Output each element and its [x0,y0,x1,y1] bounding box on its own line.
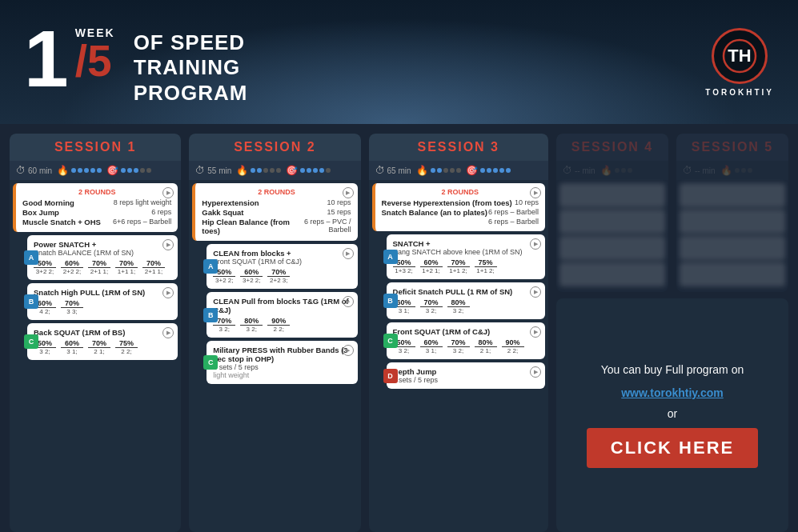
ex-row-2: Box Jump 6 reps [22,208,171,217]
promo-text: You can buy Full program on [601,362,744,378]
fire-icon: 🔥 [57,165,69,176]
play-s3d[interactable]: ▶ [530,366,541,378]
session-1-block-a: A ▶ Power SNATCH + Snatch BALANCE (1RM o… [27,235,178,280]
play-s3c[interactable]: ▶ [530,326,541,338]
session-4-blurred: SESSION 4 ⏱ -- min 🔥 [556,134,668,292]
s3-block-a-title: SNATCH + [393,239,539,248]
header-week: 1 WEEK /5 OF SPEED TRAINING PROGRAM [24,18,247,106]
s4-blurred-body [556,180,668,292]
session-3-block-c: C ▶ Front SQUAT (1RM of C&J) 50%3 2; 60%… [387,322,545,359]
s3-set-a3: 70%1+1 2; [447,258,470,274]
set-4: 70%1+1 1; [115,259,138,275]
session-1-block-c: C ▶ Back SQUAT (1RM of BS) 50%3 2; 60%3 … [27,323,178,360]
other-dots [121,168,151,173]
play-s2a[interactable]: ▶ [343,248,354,259]
s2-block-b-title: CLEAN Pull from blocks T&G (1RM of C&J) [213,297,351,314]
session-1-duration-item: ⏱ 60 min [16,165,52,176]
session-3-block-a: A ▶ SNATCH + Hang SNATCH above knee (1RM… [387,234,545,279]
clock-icon-4: ⏱ [563,165,572,176]
s4-blur-3 [559,236,665,260]
session-5-blurred: SESSION 5 ⏱ -- min 🔥 [676,134,788,292]
s3-set-c2: 60%3 1; [420,338,443,354]
play-icon-b[interactable]: ▶ [162,287,174,298]
play-s3w[interactable]: ▶ [530,187,541,198]
s3-block-b-sets: 60%3 1; 70%3 2; 80%3 2; [393,298,539,314]
play-icon-c[interactable]: ▶ [162,327,174,338]
session-3-warmup: ▶ 2 ROUNDS Reverse Hyperextension (from … [372,183,545,231]
session-2-block-c: C ▶ Military PRESS with Rubber Bands (3 … [207,341,357,384]
s3-set-a2: 60%1+2 1; [420,258,443,274]
click-here-button[interactable]: CLICK HERE [587,428,758,468]
session-2-title: SESSION 2 [198,140,351,154]
set-c2: 60%3 1; [61,339,83,355]
play-s2c[interactable]: ▶ [343,345,354,356]
block-a-label: A [24,250,38,265]
s2-set-a3: 70%2+2 3; [267,268,290,284]
block-c-label: C [24,334,38,349]
play-s3a[interactable]: ▶ [530,238,541,250]
play-icon-s2w[interactable]: ▶ [343,187,354,198]
s2-set-a2: 60%3+2 2; [240,268,263,284]
s3-block-b-label: B [383,294,398,308]
play-icon-a[interactable]: ▶ [162,239,174,250]
session-3-title: SESSION 3 [379,140,539,154]
session-col-1: SESSION 1 ⏱ 60 min 🔥 [10,134,181,532]
block-c-sets: 50%3 2; 60%3 1; 70%2 1; 75%2 2; [34,339,171,355]
play-s2b[interactable]: ▶ [343,296,354,307]
block-a-title: Power SNATCH + [34,240,171,249]
s2-block-a-label: A [203,259,218,274]
fire-icon-2: 🔥 [236,165,248,176]
logo-svg: TH [722,38,757,74]
s3-set-c3: 70%3 2; [447,338,470,354]
s3-set-b2: 70%3 2; [420,298,443,314]
s3-duration: ⏱ 65 min [375,165,411,176]
session-col-2: SESSION 2 ⏱ 55 min 🔥 [189,134,360,532]
s2-intensity: 🔥 [236,165,281,176]
s2-block-b-sets: 70%3 2; 80%3 2; 90%2 2; [213,317,351,333]
s3-intensity: 🔥 [416,165,461,176]
set-c4: 75%2 2; [115,339,138,355]
fire-icon-4: 🔥 [600,165,612,176]
right-area: SESSION 4 ⏱ -- min 🔥 [556,134,788,532]
target-icon: 🎯 [106,165,118,176]
page-layout: 1 WEEK /5 OF SPEED TRAINING PROGRAM TH [0,0,798,532]
s2-block-c-title: Military PRESS with Rubber Bands (3 sec … [213,346,351,363]
s4-blur-4 [559,262,665,286]
s2-block-a-sub: Front SQUAT (1RM of C&J) [213,258,351,266]
set-5: 70%2+1 1; [142,259,165,275]
session-5-header: SESSION 5 [676,134,788,161]
s2-block-c-note: light weight [213,371,351,379]
s2-dots [251,168,281,173]
session-3-body: ▶ 2 ROUNDS Reverse Hyperextension (from … [369,180,548,532]
promo-link[interactable]: www.torokhtiy.com [621,386,724,399]
s2-block-a-sets: 50%3+2 2; 60%3+2 2; 70%2+2 3; [213,268,351,284]
session-1-other: 🎯 [106,165,151,176]
s2-ex1: Hyperextension 10 reps [202,198,351,207]
play-s3b[interactable]: ▶ [530,286,541,298]
play-icon[interactable]: ▶ [162,187,174,198]
s3-block-d-detail: 3 sets / 5 reps [393,376,539,384]
set-b2: 70%3 3; [61,299,83,315]
s2-block-c-label: C [203,355,218,370]
target-icon-2: 🎯 [286,165,298,176]
s2-other: 🎯 [286,165,331,176]
clock-icon-2: ⏱ [195,165,205,176]
s5-title: SESSION 5 [686,140,779,154]
s4-blur-1 [559,183,665,207]
block-b-sets: 60%4 2; 70%3 3; [34,299,171,315]
s5-blur-1 [680,183,785,207]
session-1-block-b: B ▶ Snatch High PULL (1RM of SN) 60%4 2;… [27,283,178,320]
block-a-subtitle: Snatch BALANCE (1RM of SN) [34,249,171,257]
session-4-header: SESSION 4 [556,134,668,161]
s3-block-d-title: Depth Jump [393,367,539,376]
session-1-meta: ⏱ 60 min 🔥 🎯 [10,161,181,180]
s3-block-a-sets: 50%1+3 2; 60%1+2 1; 70%1+1 2; 75%1+1 2; [393,258,539,274]
block-c-title: Back SQUAT (1RM of BS) [34,328,171,337]
session-col-3: SESSION 3 ⏱ 65 min 🔥 [369,134,548,532]
s3-dots [431,168,461,173]
warmup-rounds: 2 ROUNDS [22,188,171,196]
target-icon-3: 🎯 [466,165,478,176]
s2-block-c-detail: 3 sets / 5 reps [213,363,351,371]
session-2-block-b: B ▶ CLEAN Pull from blocks T&G (1RM of C… [207,292,357,338]
session-1-intensity: 🔥 [57,165,102,176]
